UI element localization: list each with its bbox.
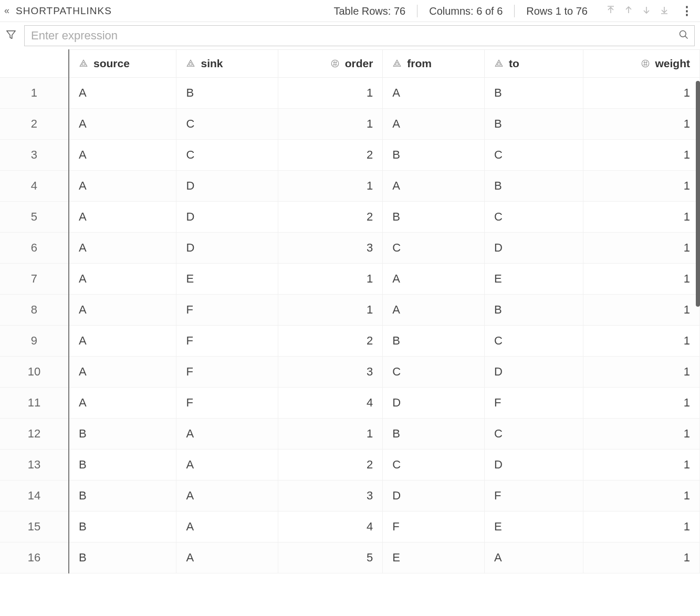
go-prev-icon[interactable] xyxy=(624,5,633,17)
cell-order: 1 xyxy=(278,419,383,450)
row-range-stat: Rows 1 to 76 xyxy=(515,5,599,17)
cell-weight: 1 xyxy=(583,388,699,419)
filter-row xyxy=(0,22,700,49)
table-row[interactable]: 10AF3CD1 xyxy=(0,357,700,388)
cell-source: B xyxy=(69,511,176,542)
table-row[interactable]: 15BA4FE1 xyxy=(0,511,700,542)
table-wrap: sourcesinkorderfromtoweight 1AB1AB12AC1A… xyxy=(0,49,700,573)
cell-to: F xyxy=(484,388,583,419)
cell-sink: F xyxy=(176,388,278,419)
cell-sink: F xyxy=(176,357,278,388)
go-first-icon[interactable] xyxy=(607,5,615,17)
table-row[interactable]: 7AE1AE1 xyxy=(0,264,700,295)
cell-weight: 1 xyxy=(583,419,699,450)
column-header-weight[interactable]: weight xyxy=(583,50,699,78)
cell-source: A xyxy=(69,326,176,357)
cell-sink: C xyxy=(176,140,278,171)
go-last-icon[interactable] xyxy=(660,5,668,17)
table-row[interactable]: 3AC2BC1 xyxy=(0,140,700,171)
numeric-type-icon xyxy=(641,59,650,68)
row-number: 16 xyxy=(0,542,69,573)
table-row[interactable]: 16BA5EA1 xyxy=(0,542,700,573)
cell-from: B xyxy=(383,326,485,357)
go-next-icon[interactable] xyxy=(642,5,651,17)
table-row[interactable]: 4AD1AB1 xyxy=(0,171,700,202)
row-number: 2 xyxy=(0,109,69,140)
cell-sink: A xyxy=(176,419,278,450)
row-number: 8 xyxy=(0,295,69,326)
search-icon[interactable] xyxy=(673,29,694,43)
toolbar: « SHORTPATHLINKS Table Rows: 76 Columns:… xyxy=(0,0,700,22)
cell-sink: D xyxy=(176,171,278,202)
cell-order: 2 xyxy=(278,202,383,233)
cell-source: A xyxy=(69,295,176,326)
row-number: 7 xyxy=(0,264,69,295)
table-row[interactable]: 14BA3DF1 xyxy=(0,481,700,511)
data-table: sourcesinkorderfromtoweight 1AB1AB12AC1A… xyxy=(0,49,700,573)
cell-weight: 1 xyxy=(583,264,699,295)
cell-from: B xyxy=(383,419,485,450)
cell-from: A xyxy=(383,109,485,140)
text-type-icon xyxy=(494,59,504,68)
cell-source: A xyxy=(69,109,176,140)
column-header-sink[interactable]: sink xyxy=(176,50,278,78)
cell-from: F xyxy=(383,511,485,542)
cell-weight: 1 xyxy=(583,295,699,326)
more-icon[interactable]: ⋮ xyxy=(678,4,696,18)
row-number: 9 xyxy=(0,326,69,357)
table-row[interactable]: 13BA2CD1 xyxy=(0,450,700,481)
cell-to: E xyxy=(484,511,583,542)
collapse-icon[interactable]: « xyxy=(4,5,11,16)
cell-source: B xyxy=(69,419,176,450)
table-row[interactable]: 5AD2BC1 xyxy=(0,202,700,233)
vertical-scrollbar[interactable] xyxy=(696,81,700,307)
cell-from: C xyxy=(383,450,485,481)
cell-weight: 1 xyxy=(583,78,699,109)
table-row[interactable]: 11AF4DF1 xyxy=(0,388,700,419)
cell-to: B xyxy=(484,109,583,140)
row-number: 14 xyxy=(0,481,69,511)
column-header-source[interactable]: source xyxy=(69,50,176,78)
column-header-order[interactable]: order xyxy=(278,50,383,78)
row-number: 4 xyxy=(0,171,69,202)
cell-order: 3 xyxy=(278,481,383,511)
table-row[interactable]: 12BA1BC1 xyxy=(0,419,700,450)
table-rows-stat: Table Rows: 76 xyxy=(322,5,417,17)
svg-point-1 xyxy=(331,60,339,67)
table-row[interactable]: 8AF1AB1 xyxy=(0,295,700,326)
row-number: 5 xyxy=(0,202,69,233)
filter-icon[interactable] xyxy=(5,29,17,43)
row-number: 11 xyxy=(0,388,69,419)
column-label: from xyxy=(407,57,432,70)
cell-weight: 1 xyxy=(583,481,699,511)
cell-sink: E xyxy=(176,264,278,295)
cell-from: E xyxy=(383,542,485,573)
filter-input[interactable] xyxy=(25,27,673,45)
cell-weight: 1 xyxy=(583,109,699,140)
cell-weight: 1 xyxy=(583,357,699,388)
cell-weight: 1 xyxy=(583,202,699,233)
cell-order: 1 xyxy=(278,78,383,109)
column-label: source xyxy=(93,57,130,70)
cell-from: A xyxy=(383,295,485,326)
cell-to: D xyxy=(484,450,583,481)
cell-sink: F xyxy=(176,326,278,357)
cell-from: A xyxy=(383,78,485,109)
numeric-type-icon xyxy=(330,59,340,68)
svg-point-0 xyxy=(680,30,686,37)
cell-from: A xyxy=(383,264,485,295)
column-header-to[interactable]: to xyxy=(484,50,583,78)
table-row[interactable]: 2AC1AB1 xyxy=(0,109,700,140)
table-row[interactable]: 1AB1AB1 xyxy=(0,78,700,109)
table-row[interactable]: 9AF2BC1 xyxy=(0,326,700,357)
cell-source: A xyxy=(69,202,176,233)
cell-to: A xyxy=(484,542,583,573)
table-row[interactable]: 6AD3CD1 xyxy=(0,233,700,264)
cell-sink: A xyxy=(176,450,278,481)
row-number: 13 xyxy=(0,450,69,481)
cell-source: B xyxy=(69,450,176,481)
column-header-from[interactable]: from xyxy=(383,50,485,78)
row-number: 12 xyxy=(0,419,69,450)
filter-input-wrap xyxy=(24,25,695,46)
cell-source: B xyxy=(69,542,176,573)
